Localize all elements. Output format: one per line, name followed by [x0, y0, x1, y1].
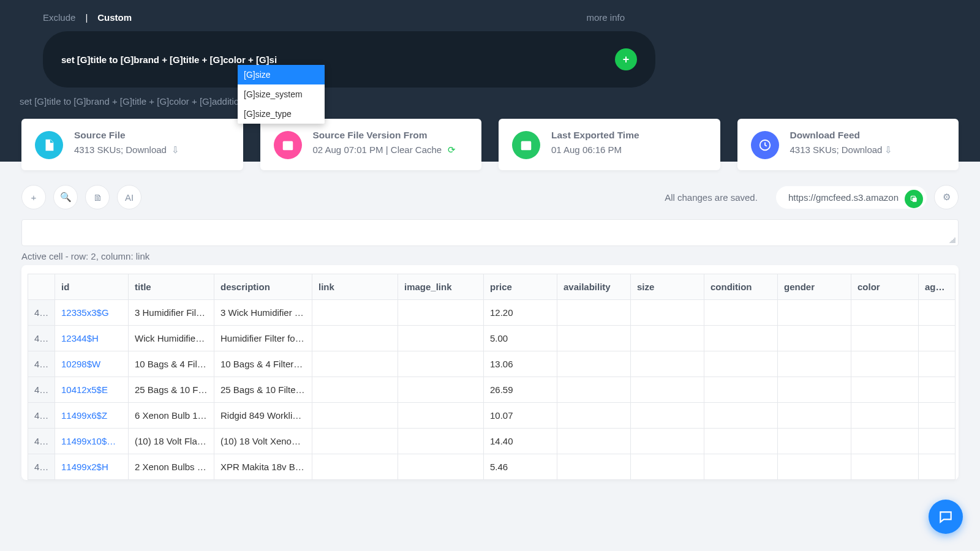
cell-id[interactable]: 12335x3$G [55, 300, 129, 326]
cell-gender[interactable] [778, 429, 851, 454]
cell-link[interactable] [312, 454, 398, 480]
id-link[interactable]: 11499x2$H [61, 462, 108, 472]
cell-price[interactable]: 12.20 [484, 300, 557, 326]
cell-condition[interactable] [704, 429, 778, 454]
cell-size[interactable] [631, 351, 704, 377]
cell-rownum[interactable]: 4… [28, 326, 55, 351]
col-title[interactable]: title [129, 274, 214, 300]
cell-gender[interactable] [778, 351, 851, 377]
cell-condition[interactable] [704, 403, 778, 429]
cell-title[interactable]: 10 Bags & 4 Fil… [129, 351, 214, 377]
cell-rownum[interactable]: 4… [28, 454, 55, 480]
cell-condition[interactable] [704, 326, 778, 351]
suggest-option[interactable]: [G]size_system [238, 84, 325, 104]
cell-title[interactable]: 2 Xenon Bulbs … [129, 454, 214, 480]
settings-button[interactable]: ⚙ [934, 185, 959, 209]
cell-condition[interactable] [704, 454, 778, 480]
cell-color[interactable] [851, 326, 919, 351]
cell-color[interactable] [851, 403, 919, 429]
cell-price[interactable]: 13.06 [484, 351, 557, 377]
cell-id[interactable]: 11499x2$H [55, 454, 129, 480]
suggest-option[interactable]: [G]size [238, 65, 325, 84]
col-link[interactable]: link [312, 274, 398, 300]
cell-age-group[interactable] [919, 403, 956, 429]
col-availability[interactable]: availability [557, 274, 631, 300]
cell-description[interactable]: Humidifier Filter for … [214, 326, 312, 351]
search-button[interactable]: 🔍 [53, 185, 78, 209]
cell-age-group[interactable] [919, 300, 956, 326]
cell-editor-input[interactable] [21, 219, 959, 246]
cell-link[interactable] [312, 300, 398, 326]
cell-size[interactable] [631, 377, 704, 403]
cell-id[interactable]: 10412x5$E [55, 377, 129, 403]
cell-color[interactable] [851, 351, 919, 377]
table-row[interactable]: 4…11499x10$…(10) 18 Volt Fla…(10) 18 Vol… [28, 429, 956, 454]
table-row[interactable]: 4…11499x6$Z6 Xenon Bulb 1…Ridgid 849 Wor… [28, 403, 956, 429]
cell-gender[interactable] [778, 377, 851, 403]
cell-availability[interactable] [557, 351, 631, 377]
cell-gender[interactable] [778, 454, 851, 480]
cell-title[interactable]: 3 Humidifier Fil… [129, 300, 214, 326]
cell-image-link[interactable] [398, 351, 484, 377]
cell-size[interactable] [631, 429, 704, 454]
table-row[interactable]: 4…12344$HWick Humidifie…Humidifier Filte… [28, 326, 956, 351]
cell-color[interactable] [851, 454, 919, 480]
cell-condition[interactable] [704, 377, 778, 403]
cell-id[interactable]: 11499x10$… [55, 429, 129, 454]
cell-link[interactable] [312, 351, 398, 377]
cell-rownum[interactable]: 4… [28, 429, 55, 454]
id-link[interactable]: 11499x10$… [61, 436, 116, 446]
cell-description[interactable]: XPR Makita 18v Bul… [214, 454, 312, 480]
col-id[interactable]: id [55, 274, 129, 300]
id-link[interactable]: 12335x3$G [61, 307, 109, 318]
cell-size[interactable] [631, 326, 704, 351]
cell-condition[interactable] [704, 351, 778, 377]
cell-image-link[interactable] [398, 403, 484, 429]
cell-description[interactable]: 3 Wick Humidifier F… [214, 300, 312, 326]
cell-price[interactable]: 14.40 [484, 429, 557, 454]
cell-rownum[interactable]: 4… [28, 403, 55, 429]
cell-description[interactable]: Ridgid 849 Worklig… [214, 403, 312, 429]
id-link[interactable]: 10412x5$E [61, 384, 108, 395]
cell-availability[interactable] [557, 300, 631, 326]
download-icon[interactable]: ⇩ [884, 144, 892, 155]
cell-image-link[interactable] [398, 300, 484, 326]
col-color[interactable]: color [851, 274, 919, 300]
cell-price[interactable]: 5.46 [484, 454, 557, 480]
cell-title[interactable]: Wick Humidifie… [129, 326, 214, 351]
col-condition[interactable]: condition [704, 274, 778, 300]
cell-availability[interactable] [557, 454, 631, 480]
cell-color[interactable] [851, 377, 919, 403]
cell-title[interactable]: (10) 18 Volt Fla… [129, 429, 214, 454]
id-link[interactable]: 12344$H [61, 333, 99, 343]
chat-fab[interactable] [929, 500, 963, 534]
cell-link[interactable] [312, 403, 398, 429]
cell-age-group[interactable] [919, 377, 956, 403]
col-rownum[interactable] [28, 274, 55, 300]
copy-button[interactable] [905, 190, 923, 208]
col-price[interactable]: price [484, 274, 557, 300]
cell-title[interactable]: 6 Xenon Bulb 1… [129, 403, 214, 429]
suggest-option[interactable]: [G]size_type [238, 104, 325, 124]
cell-description[interactable]: (10) 18 Volt Xenon … [214, 429, 312, 454]
add-rule-button[interactable]: + [615, 48, 637, 70]
cell-condition[interactable] [704, 300, 778, 326]
cell-availability[interactable] [557, 429, 631, 454]
cell-link[interactable] [312, 429, 398, 454]
cell-link[interactable] [312, 377, 398, 403]
document-button[interactable]: 🗎 [85, 185, 110, 209]
cell-image-link[interactable] [398, 454, 484, 480]
col-size[interactable]: size [631, 274, 704, 300]
cell-description[interactable]: 25 Bags & 10 Filter… [214, 377, 312, 403]
table-row[interactable]: 4…12335x3$G3 Humidifier Fil…3 Wick Humid… [28, 300, 956, 326]
refresh-icon[interactable]: ⟳ [448, 144, 456, 155]
id-link[interactable]: 10298$W [61, 359, 100, 369]
cell-image-link[interactable] [398, 377, 484, 403]
cell-rownum[interactable]: 4… [28, 377, 55, 403]
cell-rownum[interactable]: 4… [28, 300, 55, 326]
cell-title[interactable]: 25 Bags & 10 F… [129, 377, 214, 403]
add-button[interactable]: + [21, 185, 46, 209]
cell-price[interactable]: 26.59 [484, 377, 557, 403]
cell-id[interactable]: 12344$H [55, 326, 129, 351]
cell-availability[interactable] [557, 377, 631, 403]
